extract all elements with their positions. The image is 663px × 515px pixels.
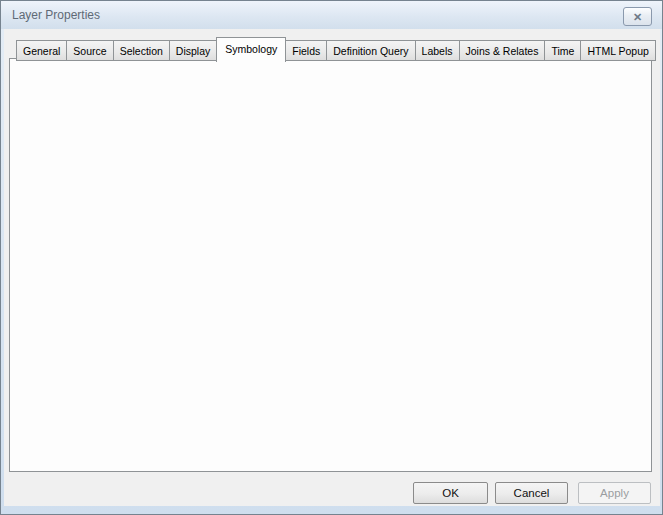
apply-button[interactable]: Apply	[578, 482, 651, 504]
tab-source[interactable]: Source	[66, 40, 113, 61]
tab-joins-relates[interactable]: Joins & Relates	[459, 40, 546, 61]
window-title: Layer Properties	[12, 8, 100, 22]
layer-properties-dialog: Layer Properties ✕ General Source Select…	[0, 0, 663, 515]
tab-definition-query[interactable]: Definition Query	[326, 40, 415, 61]
close-icon: ✕	[633, 11, 642, 23]
close-button[interactable]: ✕	[623, 7, 652, 26]
tab-page	[9, 58, 652, 472]
tab-html-popup[interactable]: HTML Popup	[580, 40, 655, 61]
ok-button[interactable]: OK	[413, 482, 488, 504]
tab-symbology[interactable]: Symbology	[216, 37, 286, 62]
tab-selection[interactable]: Selection	[113, 40, 170, 61]
tab-strip: General Source Selection Display Symbolo…	[16, 37, 656, 61]
tab-labels[interactable]: Labels	[415, 40, 460, 61]
tab-fields[interactable]: Fields	[285, 40, 327, 61]
tab-time[interactable]: Time	[544, 40, 581, 61]
cancel-button[interactable]: Cancel	[495, 482, 568, 504]
titlebar[interactable]: Layer Properties ✕	[1, 1, 662, 29]
tab-display[interactable]: Display	[169, 40, 217, 61]
tab-general[interactable]: General	[16, 40, 67, 61]
